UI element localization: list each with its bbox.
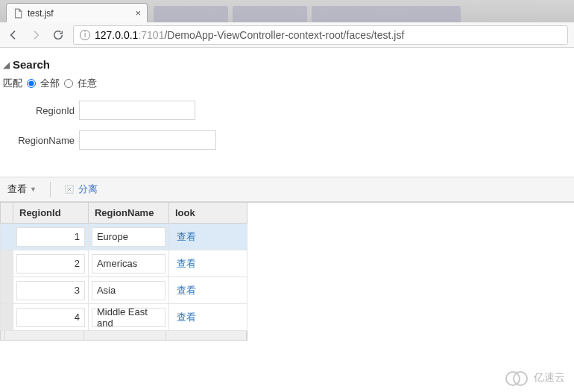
background-tab[interactable] — [312, 6, 461, 22]
cell-region-name[interactable]: Asia — [92, 281, 165, 300]
table-row[interactable]: 3Asia查看 — [1, 277, 247, 304]
region-id-input[interactable] — [79, 101, 195, 120]
match-all-radio[interactable] — [27, 79, 36, 88]
table-empty-space — [247, 202, 574, 331]
region-name-input[interactable] — [79, 130, 216, 150]
table-footer — [0, 330, 247, 341]
toolbar-divider — [50, 182, 51, 197]
browser-tab-active[interactable]: test.jsf × — [6, 3, 148, 22]
region-id-label: RegionId — [0, 105, 79, 116]
col-region-id[interactable]: RegionId — [13, 203, 89, 224]
cell-region-name[interactable]: Middle East and — [92, 308, 165, 327]
forward-button[interactable] — [28, 29, 43, 41]
col-look[interactable]: look — [168, 203, 247, 224]
url-port: :7101 — [138, 29, 164, 41]
table-row[interactable]: 1Europe查看 — [1, 224, 247, 250]
table-toolbar: 查看 ▼ 分离 — [0, 177, 574, 202]
look-link[interactable]: 查看 — [169, 312, 196, 323]
detach-label: 分离 — [78, 183, 98, 196]
browser-tab-bar: test.jsf × — [0, 0, 574, 22]
search-title: Search — [13, 58, 50, 71]
background-tab[interactable] — [154, 6, 228, 22]
regions-table: RegionId RegionName look 1Europe查看2Ameri… — [0, 202, 247, 331]
row-handle[interactable] — [1, 277, 13, 304]
view-label: 查看 — [7, 183, 27, 196]
look-link[interactable]: 查看 — [169, 231, 196, 242]
back-button[interactable] — [6, 29, 21, 41]
search-panel-header[interactable]: ◢ Search — [0, 48, 574, 77]
look-link[interactable]: 查看 — [169, 258, 196, 269]
disclosure-triangle-icon[interactable]: ◢ — [3, 60, 10, 70]
browser-toolbar: i 127.0.0.1:7101/DemoApp-ViewController-… — [0, 22, 574, 48]
cell-region-name[interactable]: Europe — [92, 227, 165, 247]
row-handle[interactable] — [1, 250, 13, 277]
table-row[interactable]: 2Americas查看 — [1, 250, 247, 277]
row-header-column — [1, 203, 13, 224]
detach-button[interactable]: 分离 — [64, 183, 98, 196]
row-handle[interactable] — [1, 304, 13, 331]
watermark: 亿速云 — [505, 371, 565, 385]
cell-region-id[interactable]: 3 — [16, 281, 85, 300]
tab-title: test.jsf — [28, 8, 54, 19]
address-bar[interactable]: i 127.0.0.1:7101/DemoApp-ViewController-… — [73, 25, 568, 45]
cell-region-id[interactable]: 1 — [16, 227, 85, 247]
look-link[interactable]: 查看 — [169, 285, 196, 296]
watermark-logo-icon — [505, 371, 531, 385]
row-handle[interactable] — [1, 224, 13, 250]
url-host: 127.0.0.1 — [95, 29, 138, 41]
close-tab-icon[interactable]: × — [135, 7, 141, 19]
match-any-radio[interactable] — [64, 79, 73, 88]
watermark-text: 亿速云 — [534, 371, 565, 385]
background-tab[interactable] — [233, 6, 307, 22]
reload-button[interactable] — [51, 29, 66, 41]
match-any-label: 任意 — [78, 77, 97, 90]
table-row[interactable]: 4Middle East and查看 — [1, 304, 247, 331]
region-name-label: RegionName — [0, 135, 79, 146]
detach-icon — [64, 184, 75, 195]
view-menu-button[interactable]: 查看 ▼ — [7, 183, 37, 196]
col-region-name[interactable]: RegionName — [88, 203, 168, 224]
match-all-label: 全部 — [40, 77, 60, 90]
cell-region-id[interactable]: 2 — [16, 254, 85, 274]
page-icon — [13, 8, 23, 19]
dropdown-triangle-icon: ▼ — [30, 186, 37, 193]
cell-region-name[interactable]: Americas — [92, 254, 165, 274]
match-mode-row: 匹配 全部 任意 — [0, 77, 574, 101]
background-tabs — [154, 6, 461, 22]
match-label: 匹配 — [3, 77, 22, 90]
site-info-icon[interactable]: i — [80, 30, 90, 40]
cell-region-id[interactable]: 4 — [16, 308, 85, 327]
url-path: /DemoApp-ViewController-context-root/fac… — [164, 29, 404, 41]
